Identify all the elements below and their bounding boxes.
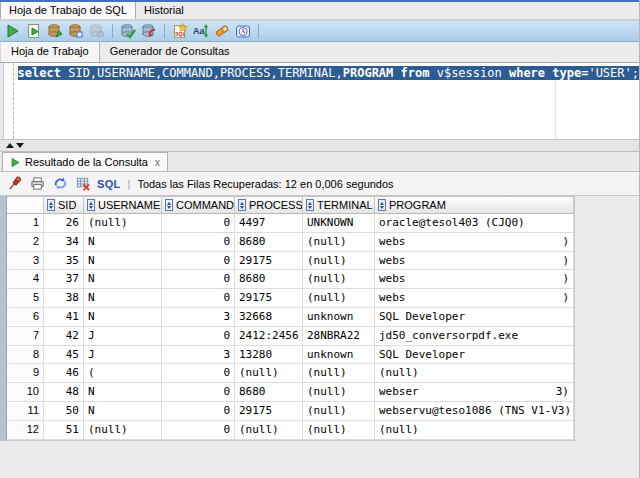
grid-cell-command[interactable]: 0: [162, 421, 235, 439]
grid-cell-username[interactable]: N: [84, 308, 162, 326]
sort-icon[interactable]: [306, 199, 314, 211]
column-header-sid[interactable]: SID: [44, 197, 84, 213]
grid-cell-process[interactable]: 8680: [235, 383, 303, 401]
grid-cell-process[interactable]: 2412:2456: [235, 327, 303, 345]
grid-cell-sid[interactable]: 48: [44, 383, 84, 401]
sort-icon[interactable]: [378, 199, 386, 211]
column-header-command[interactable]: COMMAND: [162, 197, 235, 213]
change-case-icon[interactable]: Aa: [192, 22, 210, 40]
commit-icon[interactable]: [119, 22, 137, 40]
grid-cell-command[interactable]: 3: [162, 346, 235, 364]
grid-cell-num[interactable]: 12: [7, 421, 44, 439]
grid-cell-username[interactable]: N: [84, 289, 162, 307]
grid-cell-sid[interactable]: 41: [44, 308, 84, 326]
tab-historial[interactable]: Historial: [136, 2, 192, 19]
autotrace-icon[interactable]: [46, 22, 64, 40]
sort-icon[interactable]: [238, 199, 246, 211]
grid-cell-sid[interactable]: 46: [44, 364, 84, 382]
grid-cell-num[interactable]: 9: [7, 364, 44, 382]
splitter-collapse-up-icon[interactable]: [6, 143, 14, 148]
grid-cell-username[interactable]: (null): [84, 214, 162, 232]
sql-link[interactable]: SQL: [97, 178, 121, 190]
refresh-icon[interactable]: [51, 175, 69, 193]
sql-history-icon[interactable]: [234, 22, 252, 40]
grid-cell-username[interactable]: N: [84, 233, 162, 251]
table-row[interactable]: 742J02412:245628NBRA22jd50_conversorpdf.…: [7, 327, 574, 346]
grid-cell-username[interactable]: (null): [84, 421, 162, 439]
grid-cell-sid[interactable]: 42: [44, 327, 84, 345]
table-row[interactable]: 845J313280unknownSQL Developer: [7, 346, 574, 365]
grid-cell-command[interactable]: 0: [162, 252, 235, 270]
grid-cell-program[interactable]: webservu@teso1086 (TNS V1-V3): [375, 402, 574, 420]
tab-hoja-de-trabajo-de-sql[interactable]: Hoja de Trabajo de SQL: [0, 2, 136, 19]
grid-cell-command[interactable]: 0: [162, 214, 235, 232]
grid-cell-program[interactable]: (null): [375, 421, 574, 439]
grid-cell-program[interactable]: jd50_conversorpdf.exe: [375, 327, 574, 345]
grid-cell-num[interactable]: 8: [7, 346, 44, 364]
grid-cell-command[interactable]: 0: [162, 270, 235, 288]
tab-generador-de-consultas[interactable]: Generador de Consultas: [100, 42, 240, 62]
grid-cell-program[interactable]: webser3): [375, 383, 574, 401]
table-row[interactable]: 538N029175(null)webs): [7, 289, 574, 308]
row-number-header[interactable]: [7, 197, 44, 213]
tab-hoja-de-trabajo[interactable]: Hoja de Trabajo: [0, 42, 100, 62]
grid-cell-command[interactable]: 0: [162, 233, 235, 251]
grid-cell-terminal[interactable]: (null): [303, 421, 375, 439]
grid-cell-terminal[interactable]: (null): [303, 289, 375, 307]
table-row[interactable]: 335N029175(null)webs): [7, 252, 574, 271]
grid-cell-terminal[interactable]: unknown: [303, 346, 375, 364]
editor-text-area[interactable]: select SID,USERNAME,COMMAND,PROCESS,TERM…: [14, 63, 639, 139]
grid-cell-num[interactable]: 4: [7, 270, 44, 288]
panel-splitter[interactable]: [0, 139, 639, 152]
grid-cell-num[interactable]: 10: [7, 383, 44, 401]
results-grid[interactable]: SID USERNAME COMMAND PROCESS TERMINAL PR…: [7, 196, 575, 441]
grid-cell-num[interactable]: 6: [7, 308, 44, 326]
table-row[interactable]: 437N08680(null)webs): [7, 270, 574, 289]
grid-cell-command[interactable]: 0: [162, 383, 235, 401]
grid-cell-process[interactable]: 13280: [235, 346, 303, 364]
grid-cell-process[interactable]: 4497: [235, 214, 303, 232]
column-header-program[interactable]: PROGRAM: [375, 197, 574, 213]
grid-cell-num[interactable]: 5: [7, 289, 44, 307]
grid-cell-process[interactable]: (null): [235, 421, 303, 439]
grid-cell-command[interactable]: 0: [162, 402, 235, 420]
grid-cell-terminal[interactable]: unknown: [303, 308, 375, 326]
grid-cell-program[interactable]: webs): [375, 289, 574, 307]
grid-cell-terminal[interactable]: 28NBRA22: [303, 327, 375, 345]
grid-cell-command[interactable]: 0: [162, 327, 235, 345]
sort-icon[interactable]: [87, 199, 95, 211]
run-statement-icon[interactable]: [4, 22, 22, 40]
grid-cell-terminal[interactable]: (null): [303, 383, 375, 401]
grid-cell-username[interactable]: N: [84, 402, 162, 420]
table-row[interactable]: 946(0(null)(null)(null): [7, 364, 574, 383]
grid-cell-program[interactable]: oracle@tesol403 (CJQ0): [375, 214, 574, 232]
grid-cell-num[interactable]: 11: [7, 402, 44, 420]
column-header-terminal[interactable]: TERMINAL: [303, 197, 375, 213]
rollback-icon[interactable]: [140, 22, 158, 40]
print-icon[interactable]: [28, 175, 46, 193]
grid-cell-terminal[interactable]: (null): [303, 233, 375, 251]
grid-cell-username[interactable]: J: [84, 346, 162, 364]
grid-cell-sid[interactable]: 35: [44, 252, 84, 270]
grid-cell-username[interactable]: N: [84, 383, 162, 401]
grid-cell-terminal[interactable]: UNKNOWN: [303, 214, 375, 232]
grid-cell-command[interactable]: 0: [162, 364, 235, 382]
grid-cell-terminal[interactable]: (null): [303, 270, 375, 288]
grid-cell-sid[interactable]: 37: [44, 270, 84, 288]
clear-icon[interactable]: [213, 22, 231, 40]
grid-cell-process[interactable]: (null): [235, 364, 303, 382]
grid-cell-terminal[interactable]: (null): [303, 402, 375, 420]
grid-cell-command[interactable]: 0: [162, 289, 235, 307]
column-header-process[interactable]: PROCESS: [235, 197, 303, 213]
grid-cell-num[interactable]: 7: [7, 327, 44, 345]
grid-cell-program[interactable]: webs): [375, 252, 574, 270]
grid-cell-program[interactable]: (null): [375, 364, 574, 382]
grid-cell-terminal[interactable]: (null): [303, 364, 375, 382]
sql-editor[interactable]: select SID,USERNAME,COMMAND,PROCESS,TERM…: [0, 62, 639, 139]
table-row[interactable]: 1150N029175(null)webservu@teso1086 (TNS …: [7, 402, 574, 421]
grid-cell-sid[interactable]: 38: [44, 289, 84, 307]
sql-statement-line[interactable]: select SID,USERNAME,COMMAND,PROCESS,TERM…: [14, 66, 639, 80]
close-icon[interactable]: x: [155, 157, 160, 168]
grid-cell-terminal[interactable]: (null): [303, 252, 375, 270]
column-header-username[interactable]: USERNAME: [84, 197, 162, 213]
